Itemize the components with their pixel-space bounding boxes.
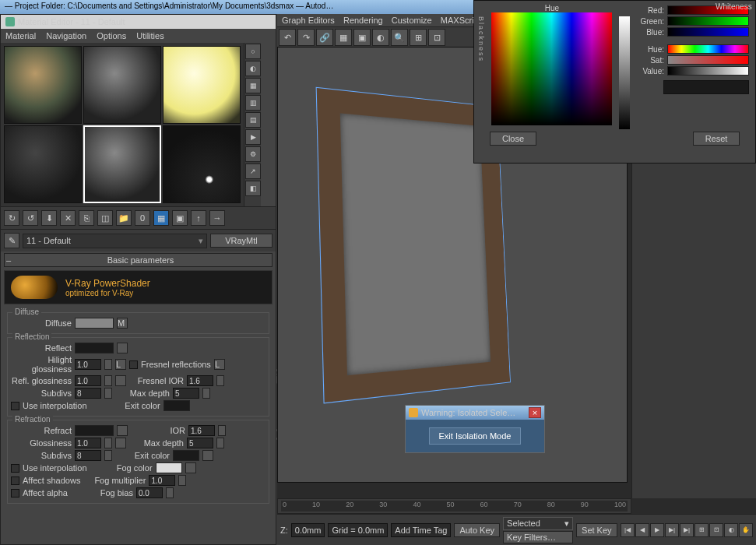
nav-button[interactable]: ◐: [724, 523, 738, 537]
diffuse-color-swatch[interactable]: [75, 318, 114, 329]
key-mode-dropdown[interactable]: Selected▾: [503, 517, 573, 530]
fog-bias-spinner[interactable]: 0.0: [136, 487, 163, 498]
auto-key-button[interactable]: Auto Key: [454, 523, 500, 537]
whiteness-slider[interactable]: [619, 16, 630, 129]
toolbar-button[interactable]: ⊡: [428, 29, 445, 46]
spinner-buttons[interactable]: [178, 475, 186, 486]
options-button[interactable]: ⚙: [245, 146, 261, 162]
material-editor-title-bar[interactable]: Material Editor - 11 - Default: [1, 15, 276, 29]
blue-slider[interactable]: [667, 27, 749, 37]
menu-options[interactable]: Options: [97, 31, 126, 40]
sample-uv-button[interactable]: ▥: [245, 95, 261, 111]
material-slot-6[interactable]: [163, 125, 241, 203]
go-forward-button[interactable]: →: [209, 210, 225, 226]
key-filters-button[interactable]: Key Filters…: [503, 531, 573, 543]
spinner-buttons[interactable]: [104, 438, 112, 448]
video-check-button[interactable]: ▤: [245, 112, 261, 128]
menu-customize[interactable]: Customize: [392, 16, 432, 25]
warning-title-bar[interactable]: Warning: Isolated Sele… ×: [406, 406, 544, 420]
subdivs-spinner[interactable]: 8: [75, 388, 101, 399]
reset-button[interactable]: Reset: [693, 132, 740, 146]
green-slider[interactable]: [667, 16, 749, 26]
rollup-basic-parameters[interactable]: –Basic parameters: [4, 253, 273, 267]
assign-button[interactable]: ⬇: [41, 210, 57, 226]
affect-alpha-checkbox[interactable]: [11, 489, 19, 498]
fog-color-map-button[interactable]: [185, 462, 196, 473]
refract-map-button[interactable]: [117, 425, 128, 436]
goto-start-button[interactable]: |◀: [621, 523, 635, 537]
refr-use-interp-checkbox[interactable]: [11, 464, 19, 473]
ior-spinner[interactable]: 1.6: [188, 425, 215, 436]
spinner-buttons[interactable]: [218, 425, 226, 436]
next-frame-button[interactable]: ▶|: [665, 523, 679, 537]
fog-color-swatch[interactable]: [156, 462, 182, 473]
refr-maxdepth-spinner[interactable]: 5: [187, 438, 213, 448]
exit-isolation-button[interactable]: Exit Isolation Mode: [429, 427, 522, 445]
affect-shadows-checkbox[interactable]: [11, 476, 19, 485]
toolbar-button[interactable]: ▦: [335, 29, 352, 46]
material-slot-2[interactable]: [83, 46, 161, 124]
menu-graph-editors[interactable]: Graph Editors: [282, 16, 335, 25]
put-to-scene-button[interactable]: ↺: [23, 210, 38, 226]
refr-exit-map-button[interactable]: [202, 450, 213, 461]
go-parent-button[interactable]: ↑: [191, 210, 206, 226]
spinner-buttons[interactable]: [104, 450, 112, 461]
goto-end-button[interactable]: ▶|: [680, 523, 694, 537]
refr-exit-swatch[interactable]: [173, 450, 199, 461]
toolbar-button[interactable]: ⊞: [410, 29, 427, 46]
diffuse-map-button[interactable]: M: [117, 318, 128, 329]
color-field[interactable]: [491, 12, 612, 125]
spinner-buttons[interactable]: [202, 388, 210, 399]
maxdepth-spinner[interactable]: 5: [173, 388, 199, 399]
fog-mult-spinner[interactable]: 1.0: [149, 475, 175, 486]
material-slot-5-active[interactable]: [83, 125, 161, 203]
toolbar-button[interactable]: 🔍: [391, 29, 408, 46]
time-slider[interactable]: 0 10 20 30 40 50 60 70 80 90 100: [277, 498, 631, 514]
menu-utilities[interactable]: Utilities: [136, 31, 164, 40]
refr-subdivs-spinner[interactable]: 8: [75, 450, 101, 461]
make-unique-button[interactable]: ◫: [97, 210, 113, 226]
put-to-library-button[interactable]: 📁: [116, 210, 132, 226]
fresnel-lock-button[interactable]: L: [214, 359, 225, 370]
material-type-button[interactable]: VRayMtl: [210, 234, 273, 248]
use-interp-checkbox[interactable]: [11, 402, 19, 410]
nav-button[interactable]: ⊞: [694, 523, 709, 537]
reset-button[interactable]: ✕: [60, 210, 76, 226]
sat-slider[interactable]: [667, 55, 749, 65]
toolbar-button[interactable]: ↷: [297, 29, 315, 46]
z-field[interactable]: 0.0mm: [291, 523, 325, 537]
reflect-color-swatch[interactable]: [75, 343, 114, 353]
menu-navigation[interactable]: Navigation: [46, 31, 86, 40]
refract-color-swatch[interactable]: [75, 425, 114, 436]
nav-button[interactable]: ✋: [739, 523, 753, 537]
value-slider[interactable]: [667, 66, 749, 76]
reflgloss-spinner[interactable]: 1.0: [75, 375, 101, 386]
menu-material[interactable]: Material: [5, 31, 36, 40]
menu-rendering[interactable]: Rendering: [343, 16, 383, 25]
backlight-button[interactable]: ◐: [245, 61, 261, 76]
play-button[interactable]: ▶: [650, 523, 664, 537]
select-by-material-button[interactable]: ↗: [245, 164, 261, 179]
show-end-result-button[interactable]: ▣: [172, 210, 188, 226]
toolbar-button[interactable]: ▣: [353, 29, 371, 46]
material-slot-3[interactable]: [163, 46, 241, 124]
background-button[interactable]: ▦: [245, 78, 261, 93]
add-time-tag[interactable]: Add Time Tag: [391, 523, 451, 537]
material-slot-1[interactable]: [4, 46, 82, 124]
hilight-lock-button[interactable]: L: [115, 359, 126, 370]
spinner-buttons[interactable]: [216, 375, 224, 386]
get-material-button[interactable]: ↻: [4, 210, 19, 226]
hue-slider[interactable]: [667, 44, 749, 54]
copy-button[interactable]: ⎘: [79, 210, 94, 226]
reflect-map-button[interactable]: [117, 343, 128, 353]
spinner-buttons[interactable]: [104, 359, 112, 370]
close-icon[interactable]: ×: [529, 407, 541, 418]
material-id-button[interactable]: 0: [135, 210, 150, 226]
spinner-buttons[interactable]: [166, 487, 174, 498]
spinner-buttons[interactable]: [104, 388, 112, 399]
spinner-buttons[interactable]: [216, 438, 224, 448]
pick-material-button[interactable]: ✎: [4, 233, 19, 248]
reflgloss-map-button[interactable]: [115, 375, 126, 386]
show-map-button[interactable]: ▦: [153, 210, 169, 226]
nav-button[interactable]: ⊡: [709, 523, 723, 537]
